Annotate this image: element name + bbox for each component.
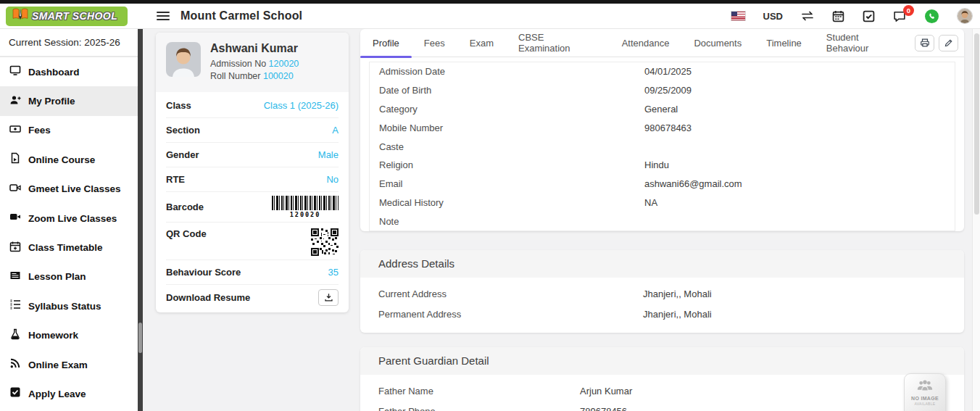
sidebar-item-my-profile[interactable]: My Profile xyxy=(0,86,138,115)
sidebar-item-label: Online Exam xyxy=(28,360,88,370)
tab-timeline[interactable]: Timeline xyxy=(754,29,814,57)
app-header: SMART SCHOOL Mount Carmel School USD 0 xyxy=(0,4,980,29)
language-flag-icon[interactable] xyxy=(731,12,745,20)
row-label: Gender xyxy=(166,149,199,160)
row-label: Section xyxy=(166,125,200,136)
sidebar-scrollbar[interactable] xyxy=(138,29,143,411)
row-value: A xyxy=(332,125,339,136)
behaviour-score-value: 35 xyxy=(328,267,339,278)
exchange-icon[interactable] xyxy=(801,11,814,21)
video-outline-icon xyxy=(9,182,21,196)
detail-row-date-of-birth: Date of Birth09/25/2009 xyxy=(370,81,955,100)
sidebar-item-label: Syllabus Status xyxy=(28,301,101,312)
student-name: Ashwani Kumar xyxy=(210,42,299,55)
book-pen-icon xyxy=(12,7,29,25)
tab-cbse-examination[interactable]: CBSE Examination xyxy=(506,29,610,57)
student-card-row-rte: RTE No xyxy=(166,167,339,192)
guardian-no-image-placeholder: NO IMAGE AVAILABLE xyxy=(904,373,946,411)
check-square-icon xyxy=(9,386,21,401)
tab-student-behaviour[interactable]: Student Behaviour xyxy=(814,29,915,57)
profile-details-table: Admission Date04/01/2025 Date of Birth09… xyxy=(369,62,955,231)
sidebar-item-class-timetable[interactable]: Class Timetable xyxy=(0,233,138,262)
sidebar-item-dashboard[interactable]: Dashboard xyxy=(0,57,138,86)
detail-value: Hindu xyxy=(644,159,955,170)
section-title: Parent Guardian Detail xyxy=(378,354,489,367)
detail-label: Admission Date xyxy=(379,66,644,77)
detail-label: Medical History xyxy=(379,197,644,208)
sidebar-item-label: Fees xyxy=(28,125,51,136)
smart-school-logo[interactable]: SMART SCHOOL xyxy=(6,7,128,26)
sidebar-item-syllabus-status[interactable]: Syllabus Status xyxy=(0,291,138,320)
lesson-board-icon xyxy=(9,270,21,284)
tab-profile[interactable]: Profile xyxy=(360,29,412,57)
sidebar-item-label: Class Timetable xyxy=(28,242,103,253)
detail-value: Jhanjeri,, Mohali xyxy=(643,309,946,320)
whatsapp-icon[interactable] xyxy=(925,9,939,23)
sidebar-item-fees[interactable]: Fees xyxy=(0,116,138,145)
barcode-number: 120020 xyxy=(272,211,339,218)
chat-icon[interactable]: 0 xyxy=(893,10,907,22)
detail-label: Religion xyxy=(379,159,644,170)
calendar-icon[interactable] xyxy=(832,10,844,22)
tab-attendance[interactable]: Attendance xyxy=(610,29,682,57)
sidebar-item-label: My Profile xyxy=(28,96,75,107)
sidebar-item-label: Online Course xyxy=(28,154,95,165)
sidebar-item-apply-leave[interactable]: Apply Leave xyxy=(0,379,138,408)
detail-row-note: Note xyxy=(370,212,955,231)
guardian-row-father-name: Father NameArjun Kumar xyxy=(360,381,964,401)
detail-label: Category xyxy=(379,104,644,115)
student-card-row-class: Class Class 1 (2025-26) xyxy=(166,94,339,118)
detail-value: 980678463 xyxy=(644,123,955,133)
detail-label: Current Address xyxy=(378,288,643,299)
video-filled-icon xyxy=(9,211,21,225)
current-session-label: Current Session: 2025-26 xyxy=(0,29,138,57)
user-plus-icon xyxy=(9,94,21,109)
sidebar-item-online-course[interactable]: Online Course xyxy=(0,145,138,174)
student-card-row-qr: QR Code xyxy=(166,223,339,260)
print-button[interactable] xyxy=(915,35,934,51)
rss-icon xyxy=(9,357,21,372)
sidebar-item-zoom-live-classes[interactable]: Zoom Live Classes xyxy=(0,204,138,233)
sidebar-item-label: Dashboard xyxy=(28,67,80,78)
no-image-text: NO IMAGE xyxy=(911,396,939,401)
menu-toggle-button[interactable] xyxy=(157,12,170,20)
tab-documents[interactable]: Documents xyxy=(681,29,754,57)
sidebar-item-homework[interactable]: Homework xyxy=(0,321,138,350)
detail-label: Mobile Number xyxy=(379,123,644,133)
detail-value: 09/25/2009 xyxy=(644,85,955,96)
sidebar-item-gmeet-live-classes[interactable]: Gmeet Live Classes xyxy=(0,175,138,204)
row-label: RTE xyxy=(166,174,185,185)
detail-row-admission-date: Admission Date04/01/2025 xyxy=(370,62,955,81)
sidebar-item-online-exam[interactable]: Online Exam xyxy=(0,350,138,379)
tab-fees[interactable]: Fees xyxy=(412,29,457,57)
logo-text: SMART SCHOOL xyxy=(32,10,117,22)
detail-value: ashwani66@gmail.com xyxy=(644,178,955,189)
flask-icon xyxy=(9,328,21,343)
edit-button[interactable] xyxy=(939,35,958,51)
course-file-icon xyxy=(9,152,21,167)
address-row-permanent: Permanent AddressJhanjeri,, Mohali xyxy=(360,304,964,324)
detail-label: Caste xyxy=(379,141,644,152)
section-title: Address Details xyxy=(378,257,454,270)
tab-exam[interactable]: Exam xyxy=(457,29,506,57)
user-avatar[interactable] xyxy=(957,8,973,24)
profile-panel: Profile Fees Exam CBSE Examination Atten… xyxy=(360,29,964,231)
admission-no-value[interactable]: 120020 xyxy=(269,59,299,69)
qr-code-image xyxy=(311,228,339,259)
calendar-plus-icon xyxy=(9,241,21,255)
download-resume-button[interactable] xyxy=(318,289,339,306)
currency-selector[interactable]: USD xyxy=(763,11,783,22)
detail-row-email: Emailashwani66@gmail.com xyxy=(370,175,955,194)
address-details-header: Address Details xyxy=(360,250,964,278)
roll-number-value[interactable]: 100020 xyxy=(263,71,294,81)
sidebar-item-lesson-plan[interactable]: Lesson Plan xyxy=(0,262,138,291)
row-label: QR Code xyxy=(166,228,207,239)
parent-guardian-header: Parent Guardian Detail xyxy=(360,347,964,375)
people-group-icon xyxy=(915,379,934,394)
row-value: No xyxy=(326,174,339,185)
row-label: Behaviour Score xyxy=(166,267,241,278)
page-scrollbar[interactable] xyxy=(972,29,980,411)
task-check-icon[interactable] xyxy=(863,10,875,22)
sidebar-item-label: Lesson Plan xyxy=(28,271,86,282)
admission-no-label: Admission No xyxy=(210,59,266,69)
